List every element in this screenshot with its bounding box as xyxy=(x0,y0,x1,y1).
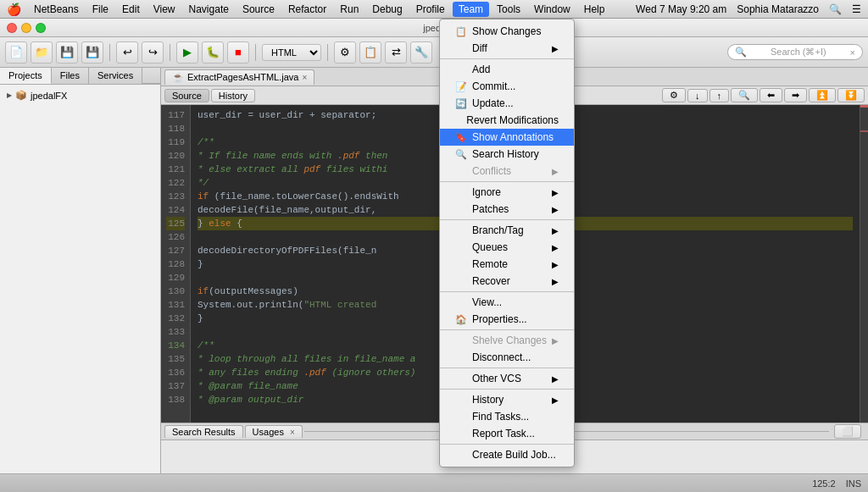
menu-queues[interactable]: Queues ▶ xyxy=(440,239,574,256)
menu-navigate[interactable]: Navigate xyxy=(183,2,235,17)
menu-run[interactable]: Run xyxy=(334,2,364,17)
editor-action-4[interactable]: 🔍 xyxy=(731,88,758,102)
menu-add[interactable]: Add xyxy=(440,61,574,78)
menu-file[interactable]: File xyxy=(86,2,114,17)
recover-arrow: ▶ xyxy=(552,277,559,286)
queues-arrow: ▶ xyxy=(552,243,559,252)
menu-disconnect[interactable]: Disconnect... xyxy=(440,349,574,366)
disconnect-icon xyxy=(455,351,467,363)
menu-commit[interactable]: 📝 Commit... xyxy=(440,78,574,95)
editor-action-6[interactable]: ➡ xyxy=(784,88,807,102)
menu-recover[interactable]: Recover ▶ xyxy=(440,273,574,290)
clipboard-button[interactable]: 📋 xyxy=(359,41,381,64)
bottom-expand[interactable]: ⬜ xyxy=(834,424,861,439)
commit-icon: 📝 xyxy=(455,80,467,92)
menu-app-name[interactable]: NetBeans xyxy=(28,2,85,17)
save-all-button[interactable]: 💾 xyxy=(81,41,103,64)
menu-search-history[interactable]: 🔍 Search History xyxy=(440,146,574,163)
tab-close-button[interactable]: × xyxy=(302,73,307,82)
show-changes-label: Show Changes xyxy=(472,25,541,37)
menu-remote[interactable]: Remote ▶ xyxy=(440,256,574,273)
menu-edit[interactable]: Edit xyxy=(116,2,146,17)
redo-button[interactable]: ↪ xyxy=(142,41,164,64)
new-button[interactable]: 📄 xyxy=(5,41,27,64)
menu-report-task[interactable]: Report Task... xyxy=(440,425,574,442)
source-button[interactable]: Source xyxy=(164,89,209,102)
diff-button[interactable]: ⇄ xyxy=(385,41,407,64)
menu-revert[interactable]: Revert Modifications xyxy=(440,112,574,129)
editor-action-1[interactable]: ⚙ xyxy=(662,88,686,102)
code-scrollbar[interactable] xyxy=(860,105,868,423)
maximize-button[interactable] xyxy=(36,23,46,33)
menu-properties[interactable]: 🏠 Properties... xyxy=(440,311,574,328)
run-button[interactable]: ▶ xyxy=(176,41,198,64)
menu-diff[interactable]: Diff ▶ xyxy=(440,40,574,57)
open-button[interactable]: 📁 xyxy=(31,41,53,64)
team-menu[interactable]: 📋 Show Changes Diff ▶ Add 📝 Commit... xyxy=(439,19,575,467)
search-results-tab[interactable]: Search Results xyxy=(164,425,243,438)
history-arrow: ▶ xyxy=(552,395,559,405)
menu-find-tasks[interactable]: Find Tasks... xyxy=(440,408,574,425)
menu-update[interactable]: 🔄 Update... xyxy=(440,95,574,112)
project-tree: ▶ 📦 jpedalFX xyxy=(0,85,160,473)
clear-search-icon[interactable]: × xyxy=(850,47,855,58)
add-icon xyxy=(455,64,467,75)
menu-refactor[interactable]: Refactor xyxy=(282,2,332,17)
toolbar-sep-2 xyxy=(170,44,170,61)
menu-profile[interactable]: Profile xyxy=(410,2,451,17)
menu-history[interactable]: History ▶ xyxy=(440,391,574,408)
queues-icon xyxy=(455,241,467,253)
close-button[interactable] xyxy=(7,23,17,33)
menu-ignore[interactable]: Ignore ▶ xyxy=(440,184,574,201)
menu-divider-6 xyxy=(440,368,574,368)
menu-show-changes[interactable]: 📋 Show Changes xyxy=(440,23,574,40)
menu-help[interactable]: Help xyxy=(578,2,611,17)
menu-view[interactable]: View... xyxy=(440,294,574,311)
menu-source[interactable]: Source xyxy=(236,2,281,17)
patch-button[interactable]: 🔧 xyxy=(410,41,432,64)
datetime: Wed 7 May 9:20 am xyxy=(636,3,726,15)
toolbar-search[interactable]: 🔍 Search (⌘+I) × xyxy=(727,44,863,60)
username: Sophia Matarazzo xyxy=(737,3,819,15)
project-item[interactable]: ▶ 📦 jpedalFX xyxy=(3,88,157,102)
menu-tools[interactable]: Tools xyxy=(491,2,526,17)
remote-icon xyxy=(455,258,467,270)
menu-team-label[interactable]: Team xyxy=(453,2,489,17)
language-select[interactable]: HTML xyxy=(262,44,321,61)
annotations-icon: 🔖 xyxy=(455,131,467,143)
stop-button[interactable]: ■ xyxy=(227,41,249,64)
usages-tab[interactable]: Usages × xyxy=(245,425,303,438)
menu-create-build[interactable]: Create Build Job... xyxy=(440,446,574,463)
view-label: View... xyxy=(472,296,502,308)
shelve-arrow: ▶ xyxy=(552,336,559,346)
apple-icon: 🍎 xyxy=(7,3,21,16)
editor-action-3[interactable]: ↑ xyxy=(709,89,730,102)
debug-button[interactable]: 🐛 xyxy=(202,41,224,64)
tab-services[interactable]: Services xyxy=(89,68,142,84)
menu-show-annotations[interactable]: 🔖 Show Annotations xyxy=(440,129,574,146)
patches-icon xyxy=(455,203,467,215)
menu-branch-tag[interactable]: Branch/Tag ▶ xyxy=(440,222,574,239)
file-tab[interactable]: ☕ ExtractPagesAsHTML.java × xyxy=(164,69,314,85)
tab-projects[interactable]: Projects xyxy=(0,68,52,84)
editor-action-5[interactable]: ⬅ xyxy=(760,88,782,102)
usages-close[interactable]: × xyxy=(290,428,295,437)
menu-debug[interactable]: Debug xyxy=(366,2,408,17)
menu-other-vcs[interactable]: Other VCS ▶ xyxy=(440,370,574,387)
save-button[interactable]: 💾 xyxy=(56,41,78,64)
project-panel: Projects Files Services ▶ 📦 jpedalFX xyxy=(0,68,161,473)
editor-action-8[interactable]: ⏬ xyxy=(837,88,865,102)
undo-button[interactable]: ↩ xyxy=(116,41,138,64)
tab-files[interactable]: Files xyxy=(52,68,89,84)
minimize-button[interactable] xyxy=(21,23,31,33)
format-button[interactable]: ⚙ xyxy=(334,41,356,64)
insert-mode: INS xyxy=(846,478,861,489)
editor-action-2[interactable]: ↓ xyxy=(687,89,708,102)
properties-label: Properties... xyxy=(472,313,527,325)
menu-view[interactable]: View xyxy=(147,2,181,17)
menu-window[interactable]: Window xyxy=(528,2,576,17)
history-button[interactable]: History xyxy=(211,89,255,102)
menu-patches[interactable]: Patches ▶ xyxy=(440,201,574,218)
editor-action-7[interactable]: ⏫ xyxy=(809,88,836,102)
diff-label: Diff xyxy=(472,42,487,54)
